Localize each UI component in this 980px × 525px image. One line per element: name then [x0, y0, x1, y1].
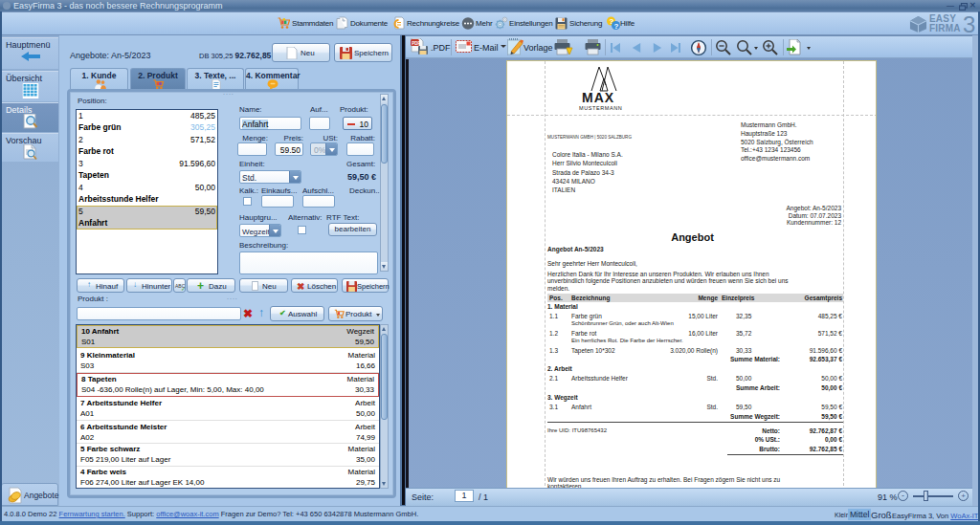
svg-text:PDF: PDF: [412, 41, 420, 46]
svg-text:?: ?: [614, 22, 619, 31]
